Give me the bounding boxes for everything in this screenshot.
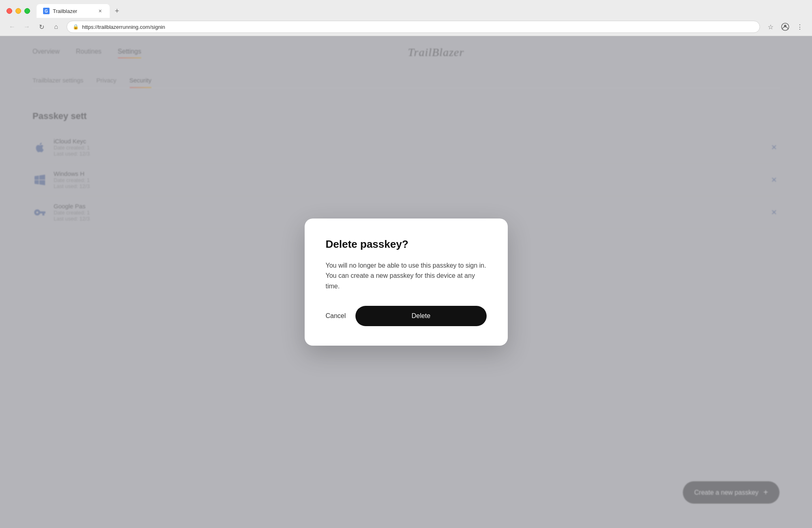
cancel-button[interactable]: Cancel [326,307,346,325]
url-bar[interactable]: 🔒 https://trailblazerrunning.com/signin [67,21,760,33]
tab-title: Trailblazer [53,8,77,14]
minimize-window-button[interactable] [15,8,21,14]
nav-buttons: ← → ↻ ⌂ [6,21,62,32]
page-content: Overview Routines Settings TrailBlazer T… [0,36,812,528]
browser-chrome: G Trailblazer ✕ + ← → ↻ ⌂ 🔒 https://trai… [0,0,812,36]
reload-button[interactable]: ↻ [36,21,47,32]
forward-button[interactable]: → [21,21,32,32]
browser-tab[interactable]: G Trailblazer ✕ [37,4,110,18]
modal-overlay[interactable]: Delete passkey? You will no longer be ab… [0,36,812,528]
home-button[interactable]: ⌂ [50,21,62,32]
new-tab-button[interactable]: + [111,5,123,17]
maximize-window-button[interactable] [24,8,30,14]
address-bar: ← → ↻ ⌂ 🔒 https://trailblazerrunning.com… [0,18,812,36]
close-window-button[interactable] [6,8,12,14]
delete-passkey-modal: Delete passkey? You will no longer be ab… [305,219,508,346]
modal-title: Delete passkey? [326,238,487,251]
menu-button[interactable]: ⋮ [794,21,806,32]
bookmark-button[interactable]: ☆ [765,21,776,32]
delete-button[interactable]: Delete [355,306,486,326]
page-wrapper: Overview Routines Settings TrailBlazer T… [0,36,812,528]
tab-bar: G Trailblazer ✕ + [37,4,806,18]
title-bar: G Trailblazer ✕ + [0,0,812,18]
address-actions: ☆ ⋮ [765,21,806,32]
back-button[interactable]: ← [6,21,18,32]
tab-favicon: G [43,8,50,14]
modal-actions: Cancel Delete [326,306,487,326]
tab-close-button[interactable]: ✕ [97,8,103,14]
lock-icon: 🔒 [73,24,79,30]
modal-body: You will no longer be able to use this p… [326,260,487,292]
traffic-lights [6,8,30,14]
url-text: https://trailblazerrunning.com/signin [82,24,165,30]
profile-button[interactable] [780,21,791,32]
